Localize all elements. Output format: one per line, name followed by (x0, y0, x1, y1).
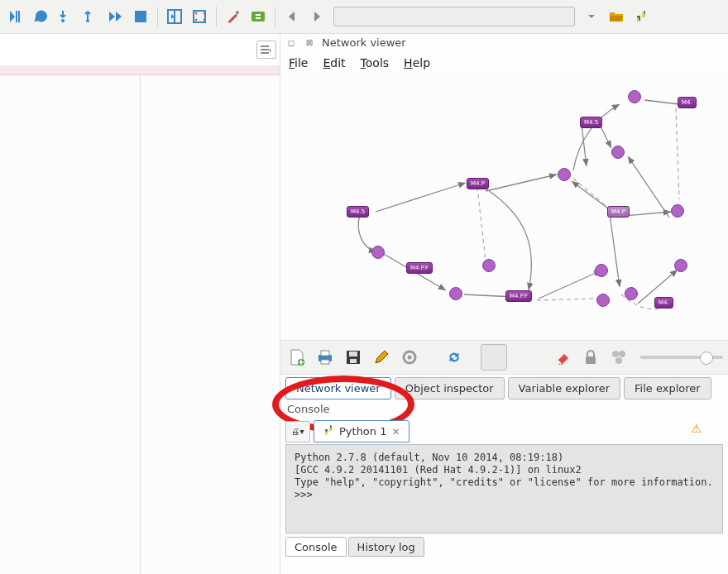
step-in-icon[interactable] (55, 5, 78, 28)
left-pane-1[interactable] (0, 75, 140, 574)
svg-rect-9 (261, 45, 269, 47)
graph-node-dot[interactable] (625, 287, 638, 300)
selection-bar (0, 66, 280, 75)
settings-icon[interactable] (398, 346, 421, 369)
network-toolbar (280, 340, 728, 375)
svg-point-7 (236, 11, 239, 14)
svg-point-24 (615, 357, 622, 364)
console-menu-button[interactable]: 🖨▾ (285, 421, 310, 442)
cluster-icon[interactable] (607, 346, 630, 369)
lock-icon[interactable] (579, 346, 602, 369)
graph-node-box[interactable]: M4.P (467, 178, 489, 189)
menu-tools[interactable]: Tools (361, 56, 390, 69)
console-title: Console (280, 399, 728, 419)
svg-point-23 (619, 351, 625, 357)
left-split (0, 75, 280, 574)
svg-rect-14 (321, 351, 329, 356)
working-dir-field[interactable] (333, 7, 575, 26)
menu-edit[interactable]: Edit (323, 56, 345, 69)
fullscreen-icon[interactable] (188, 5, 211, 28)
close-dock-icon[interactable]: ⊠ (304, 36, 315, 48)
eraser-icon[interactable] (551, 346, 574, 369)
svg-rect-15 (321, 360, 329, 364)
graph-node-dot[interactable] (611, 146, 625, 159)
main-toolbar (0, 0, 728, 34)
back-icon[interactable] (280, 5, 304, 28)
list-mode-button[interactable] (256, 41, 276, 59)
console-tab-bar: 🖨▾ Python 1 ✕ ⚠ (280, 419, 728, 444)
svg-point-3 (86, 19, 89, 22)
graph-node-box-large[interactable]: M4.P (607, 206, 630, 218)
new-file-icon[interactable] (285, 346, 309, 369)
refresh-icon[interactable] (443, 346, 466, 369)
save-icon[interactable] (342, 346, 365, 369)
svg-rect-21 (586, 356, 596, 364)
close-tab-icon[interactable]: ✕ (391, 426, 400, 438)
separator (275, 7, 275, 26)
console-tab-label: Python 1 (339, 425, 386, 438)
dropdown-icon[interactable] (580, 5, 603, 28)
menu-file[interactable]: File (289, 56, 308, 69)
graph-node-dot[interactable] (482, 259, 496, 272)
zoom-slider[interactable] (640, 356, 723, 359)
loop-icon[interactable] (30, 5, 53, 28)
slider-thumb[interactable] (700, 352, 713, 365)
menu-help[interactable]: Help (404, 56, 430, 69)
graph-node-box[interactable]: M4.5 (347, 206, 369, 218)
svg-rect-18 (350, 359, 357, 363)
python-logo-icon (323, 424, 334, 438)
graph-node-dot[interactable] (628, 90, 641, 103)
stop-square-icon[interactable] (481, 344, 507, 371)
viewer-menu-bar: File Edit Tools Help (280, 50, 728, 75)
svg-point-20 (408, 356, 412, 360)
dock-title-bar: ◻ ⊠ Network viewer (280, 34, 728, 50)
tab-network-viewer[interactable]: Network viewer (285, 377, 391, 399)
graph-node-box[interactable]: M4.P.F (406, 262, 433, 274)
tab-history-log[interactable]: History log (348, 537, 424, 557)
tab-console[interactable]: Console (285, 537, 347, 557)
graph-node-dot[interactable] (596, 294, 610, 307)
tab-file-explorer[interactable]: File explorer (624, 377, 711, 399)
graph-node-dot[interactable] (674, 259, 687, 272)
left-panel-header (0, 34, 280, 66)
bottom-tabs: Console History log (280, 533, 728, 557)
graph-node-dot[interactable] (595, 264, 608, 277)
python-logo-icon[interactable] (630, 5, 653, 28)
svg-point-2 (61, 19, 65, 22)
edit-icon[interactable] (370, 346, 393, 369)
left-pane-2[interactable] (140, 75, 280, 574)
layout-icon[interactable] (163, 5, 186, 28)
svg-rect-17 (349, 352, 357, 356)
warning-icon[interactable]: ⚠ (691, 422, 702, 435)
undock-icon[interactable]: ◻ (285, 36, 297, 48)
separator (157, 7, 158, 26)
graph-node-dot[interactable] (671, 204, 684, 218)
svg-rect-4 (135, 11, 146, 22)
svg-rect-10 (261, 49, 269, 50)
fast-forward-icon[interactable] (104, 5, 127, 28)
python-path-icon[interactable] (247, 5, 270, 28)
graph-node-box[interactable]: M4.5 (580, 117, 602, 128)
forward-icon[interactable] (305, 5, 328, 28)
dock-title: Network viewer (322, 36, 406, 49)
tab-variable-explorer[interactable]: Variable explorer (508, 377, 620, 399)
network-graph-canvas[interactable]: M4. M4.5 M4.P M4.5 M4.P.F M4.P.F M4. M4.… (280, 75, 728, 340)
svg-point-22 (612, 351, 619, 357)
graph-node-dot[interactable] (371, 246, 385, 259)
graph-node-dot[interactable] (449, 287, 462, 300)
view-tabs: Network viewer Object inspector Variable… (280, 375, 728, 399)
folder-open-icon[interactable] (605, 5, 628, 28)
graph-node-box[interactable]: M4.P.F (505, 290, 532, 302)
preferences-icon[interactable] (222, 5, 245, 28)
graph-node-box[interactable]: M4. (678, 97, 697, 108)
graph-node-dot[interactable] (558, 168, 571, 181)
step-out-icon[interactable] (79, 5, 103, 28)
console-output[interactable]: Python 2.7.8 (default, Nov 10 2014, 08:1… (285, 444, 723, 533)
svg-rect-1 (18, 11, 20, 22)
run-forward-icon[interactable] (5, 5, 28, 28)
console-tab-python1[interactable]: Python 1 ✕ (314, 420, 410, 442)
print-icon[interactable] (314, 346, 337, 369)
tab-object-inspector[interactable]: Object inspector (395, 377, 505, 399)
graph-node-box[interactable]: M4. (654, 297, 673, 309)
stop-icon[interactable] (129, 5, 152, 28)
